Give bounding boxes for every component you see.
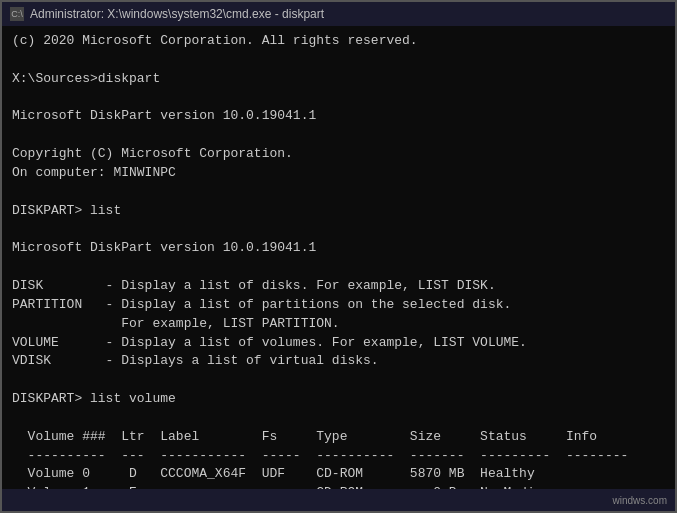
taskbar: windws.com: [2, 489, 675, 511]
terminal-line-1: (c) 2020 Microsoft Corporation. All righ…: [12, 33, 628, 489]
title-bar: C:\ Administrator: X:\windows\system32\c…: [2, 2, 675, 26]
taskbar-text: windws.com: [613, 495, 667, 506]
terminal-body[interactable]: (c) 2020 Microsoft Corporation. All righ…: [2, 26, 675, 489]
title-bar-text: Administrator: X:\windows\system32\cmd.e…: [30, 7, 667, 21]
cmd-window: C:\ Administrator: X:\windows\system32\c…: [0, 0, 677, 513]
window-icon: C:\: [10, 7, 24, 21]
